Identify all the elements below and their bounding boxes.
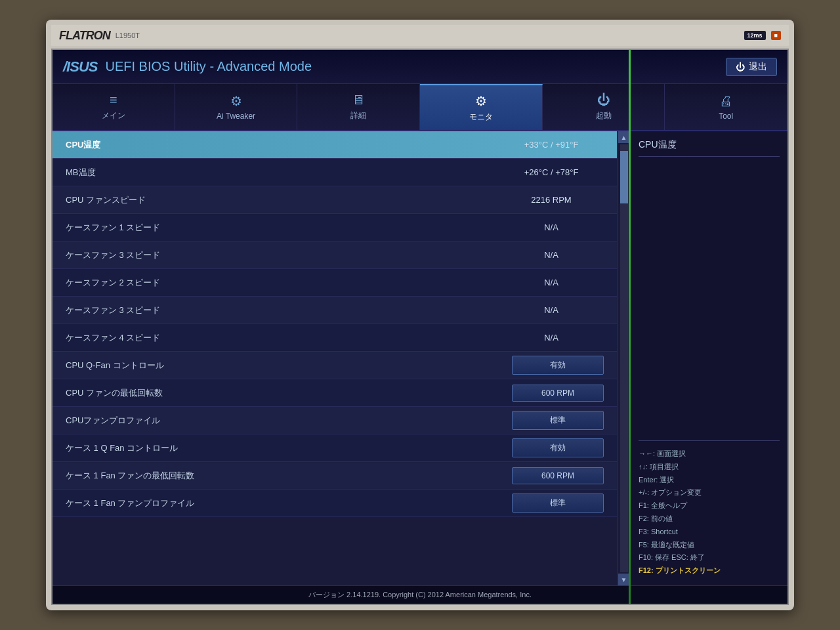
help-panel: CPU温度 →←: 画面選択↑↓: 項目選択Enter: 選択+/-: オプショ… xyxy=(630,131,788,585)
settings-panel: CPU温度+33°C / +91°FMB温度+26°C / +78°FCPU フ… xyxy=(52,131,617,585)
settings-button[interactable]: 600 RPM xyxy=(512,385,604,402)
nav-tabs: ≡ メイン ⚙ Ai Tweaker 🖥 詳細 ⚙ モニタ ⏻ 起動 🖨 Too xyxy=(52,84,788,131)
tab-main-label: メイン xyxy=(102,110,125,121)
settings-value: N/A xyxy=(486,217,617,238)
settings-label: ケース 1 Q Fan コントロール xyxy=(52,437,512,459)
settings-row: ケースファン 3 スピードN/A xyxy=(52,297,617,324)
tab-tool-label: Tool xyxy=(719,112,733,121)
scroll-down-arrow[interactable]: ▼ xyxy=(618,574,630,585)
settings-row[interactable]: ケース 1 Fan ファンプロファイル標準 xyxy=(52,490,617,517)
tab-ai-tweaker-label: Ai Tweaker xyxy=(217,112,255,121)
exit-label: 退出 xyxy=(749,61,767,73)
settings-value: N/A xyxy=(486,272,617,293)
help-keys: →←: 画面選択↑↓: 項目選択Enter: 選択+/-: オプション変更F1:… xyxy=(639,440,780,578)
tab-main[interactable]: ≡ メイン xyxy=(52,84,175,130)
settings-row[interactable]: ケース 1 Q Fan コントロール有効 xyxy=(52,434,617,462)
main-icon: ≡ xyxy=(110,93,117,108)
settings-value: N/A xyxy=(486,300,617,320)
monitor-badges: 12ms ■ xyxy=(744,31,781,40)
footer-text: バージョン 2.14.1219. Copyright (C) 2012 Amer… xyxy=(308,591,532,598)
settings-row[interactable]: CPU ファンの最低回転数600 RPM xyxy=(52,379,617,407)
bios-header: /ISUS UEFI BIOS Utility - Advanced Mode … xyxy=(52,50,788,84)
scrollbar-track[interactable] xyxy=(620,144,628,572)
settings-value: N/A xyxy=(486,327,617,348)
tool-icon: 🖨 xyxy=(719,94,732,109)
monitor-icon: ⚙ xyxy=(475,93,487,109)
settings-label: CPU ファンスピード xyxy=(52,189,486,211)
scrollbar[interactable]: ▲ ▼ xyxy=(617,131,630,585)
settings-row[interactable]: CPU Q-Fan コントロール有効 xyxy=(52,352,617,379)
settings-label: CPUファンプロファイル xyxy=(52,410,512,432)
help-key-line: F10: 保存 ESC: 終了 xyxy=(639,551,780,564)
settings-label: ケースファン 4 スピード xyxy=(52,327,486,349)
settings-row: CPU ファンスピード2216 RPM xyxy=(52,186,617,214)
settings-row[interactable]: ケース 1 Fan ファンの最低回転数600 RPM xyxy=(52,462,617,490)
tab-tool[interactable]: 🖨 Tool xyxy=(665,84,788,130)
settings-value: +33°C / +91°F xyxy=(486,135,617,155)
exit-button[interactable]: ⏻ 退出 xyxy=(726,58,777,76)
ai-tweaker-icon: ⚙ xyxy=(230,93,242,109)
settings-label: ケース 1 Fan ファンの最低回転数 xyxy=(52,465,512,487)
monitor-shell: FLATRON L1950T 12ms ■ /ISUS UEFI BIOS Ut… xyxy=(46,20,794,610)
tab-boot-label: 起動 xyxy=(596,110,612,121)
settings-button[interactable]: 600 RPM xyxy=(512,467,604,484)
tab-boot[interactable]: ⏻ 起動 xyxy=(543,84,665,130)
help-key-line: Enter: 選択 xyxy=(639,474,780,487)
help-key-line: F2: 前の値 xyxy=(639,513,780,526)
bios-title: UEFI BIOS Utility - Advanced Mode xyxy=(105,59,312,74)
tab-monitor[interactable]: ⚙ モニタ xyxy=(420,84,543,130)
help-key-line: ↑↓: 項目選択 xyxy=(639,461,780,474)
settings-button[interactable]: 標準 xyxy=(512,411,604,430)
settings-row: MB温度+26°C / +78°F xyxy=(52,159,617,186)
settings-label: ケースファン 3 スピード xyxy=(52,299,486,322)
main-content: CPU温度+33°C / +91°FMB温度+26°C / +78°FCPU フ… xyxy=(52,131,788,585)
monitor-logo: FLATRON xyxy=(59,29,110,43)
settings-label: ケースファン 3 スピード xyxy=(52,244,486,266)
settings-label: CPU Q-Fan コントロール xyxy=(52,354,512,377)
settings-value: +26°C / +78°F xyxy=(486,162,617,182)
tab-monitor-label: モニタ xyxy=(469,112,493,123)
settings-label: ケース 1 Fan ファンプロファイル xyxy=(52,492,512,514)
settings-label: ケースファン 1 スピード xyxy=(52,217,486,239)
exit-icon: ⏻ xyxy=(736,62,745,72)
settings-row[interactable]: CPUファンプロファイル標準 xyxy=(52,407,617,434)
help-key-line: +/-: オプション変更 xyxy=(639,486,780,499)
help-title: CPU温度 xyxy=(639,139,780,157)
bios-title-area: /ISUS UEFI BIOS Utility - Advanced Mode xyxy=(63,58,312,75)
settings-value: N/A xyxy=(486,245,617,265)
settings-row: ケースファン 1 スピードN/A xyxy=(52,214,617,242)
settings-label: CPU ファンの最低回転数 xyxy=(52,382,512,404)
scrollbar-thumb[interactable] xyxy=(620,151,628,203)
detail-icon: 🖥 xyxy=(352,93,365,108)
boot-icon: ⏻ xyxy=(597,93,610,108)
settings-button[interactable]: 有効 xyxy=(512,356,604,375)
settings-button[interactable]: 標準 xyxy=(512,494,604,513)
help-key-line: F12: プリントスクリーン xyxy=(639,564,780,578)
settings-button[interactable]: 有効 xyxy=(512,438,604,457)
green-accent-line xyxy=(629,131,631,585)
settings-row: ケースファン 3 スピードN/A xyxy=(52,242,617,269)
settings-row: ケースファン 2 スピードN/A xyxy=(52,269,617,297)
settings-label: CPU温度 xyxy=(52,134,486,156)
brand-badge: ■ xyxy=(771,31,781,40)
settings-label: ケースファン 2 スピード xyxy=(52,272,486,294)
tab-detail[interactable]: 🖥 詳細 xyxy=(297,84,420,130)
scroll-up-arrow[interactable]: ▲ xyxy=(618,131,630,143)
monitor-brand: FLATRON L1950T xyxy=(59,29,140,43)
tab-detail-label: 詳細 xyxy=(350,110,366,121)
monitor-model: L1950T xyxy=(116,32,140,39)
ms-badge: 12ms xyxy=(744,31,766,40)
monitor-top-bar: FLATRON L1950T 12ms ■ xyxy=(51,25,789,46)
settings-row: ケースファン 4 スピードN/A xyxy=(52,324,617,352)
asus-logo: /ISUS xyxy=(63,58,97,75)
help-spacer xyxy=(639,165,780,440)
help-key-line: F3: Shortcut xyxy=(639,526,780,539)
bios-screen: /ISUS UEFI BIOS Utility - Advanced Mode … xyxy=(51,49,789,605)
settings-rows: CPU温度+33°C / +91°FMB温度+26°C / +78°FCPU フ… xyxy=(52,131,617,517)
help-key-line: F5: 最適な既定値 xyxy=(639,539,780,552)
settings-label: MB温度 xyxy=(52,161,486,184)
settings-value: 2216 RPM xyxy=(486,190,617,210)
bios-footer: バージョン 2.14.1219. Copyright (C) 2012 Amer… xyxy=(52,585,788,604)
tab-ai-tweaker[interactable]: ⚙ Ai Tweaker xyxy=(175,84,298,130)
help-key-line: F1: 全般ヘルプ xyxy=(639,499,780,513)
